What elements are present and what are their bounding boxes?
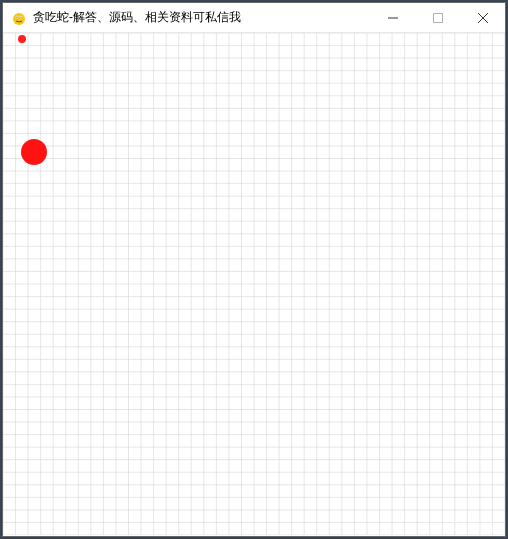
snake-app-icon	[11, 10, 27, 26]
svg-rect-6	[433, 13, 442, 22]
maximize-button	[415, 3, 460, 32]
titlebar[interactable]: 贪吃蛇-解答、源码、相关资料可私信我	[3, 3, 505, 33]
snake-head	[21, 139, 47, 165]
svg-point-0	[13, 13, 25, 25]
food-dot	[18, 35, 26, 43]
svg-point-3	[16, 16, 17, 17]
window-controls	[370, 3, 505, 32]
app-window: 贪吃蛇-解答、源码、相关资料可私信我	[2, 2, 506, 537]
window-title: 贪吃蛇-解答、源码、相关资料可私信我	[33, 9, 370, 26]
game-canvas[interactable]	[3, 33, 505, 536]
close-icon	[478, 13, 488, 23]
minimize-button[interactable]	[370, 3, 415, 32]
maximize-icon	[433, 13, 443, 23]
svg-point-4	[20, 16, 21, 17]
close-button[interactable]	[460, 3, 505, 32]
minimize-icon	[388, 13, 398, 23]
grid-background	[3, 33, 505, 535]
